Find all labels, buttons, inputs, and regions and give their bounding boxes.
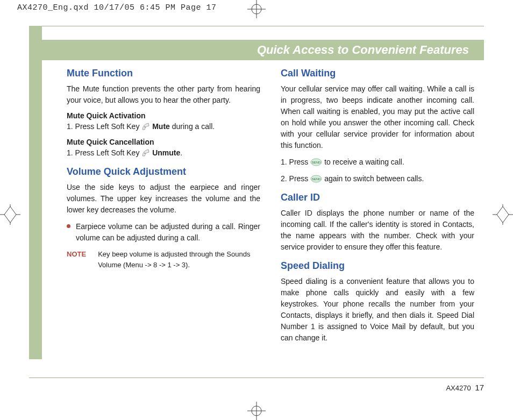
content-columns: Mute Function The Mute function prevents…	[67, 68, 484, 349]
right-column: Call Waiting Your cellular service may o…	[281, 68, 474, 349]
mute-cancel-sub: Mute Quick Cancellation	[67, 138, 260, 146]
volume-bullet: Earpiece volume can be adjusted during a…	[67, 221, 260, 244]
svg-text:SEND: SEND	[312, 161, 321, 164]
heading-mute-function: Mute Function	[67, 68, 260, 79]
print-slug: AX4270_Eng.qxd 10/17/05 6:45 PM Page 17	[17, 3, 217, 12]
send-key-icon: SEND	[310, 175, 322, 183]
top-rule	[29, 26, 484, 26]
volume-intro: Use the side keys to adjust the earpiece…	[67, 182, 260, 216]
send-key-icon: SEND	[310, 158, 322, 166]
left-soft-key-icon	[141, 122, 150, 131]
heading-caller-id: Caller ID	[281, 192, 474, 203]
section-title: Quick Access to Convenient Features	[257, 43, 469, 57]
note-text: Key beep volume is adjusted through the …	[98, 249, 260, 270]
section-banner: Quick Access to Convenient Features	[42, 40, 484, 60]
footer-page-number: 17	[475, 383, 484, 392]
svg-text:SEND: SEND	[312, 177, 321, 181]
speed-dialing-body: Speed dialing is a convenient feature th…	[281, 276, 474, 344]
side-color-bar	[29, 26, 42, 359]
heading-speed-dialing: Speed Dialing	[281, 260, 474, 272]
left-soft-key-icon	[141, 148, 150, 157]
crop-mark-right	[493, 204, 513, 225]
bottom-rule	[29, 378, 484, 378]
heading-volume-adjustment: Volume Quick Adjustment	[67, 166, 260, 177]
bullet-icon	[67, 224, 70, 228]
left-column: Mute Function The Mute function prevents…	[67, 68, 260, 349]
svg-marker-5	[4, 207, 16, 223]
call-waiting-step-2: 2. Press SEND again to switch between ca…	[281, 173, 474, 184]
footer-model: AX4270	[446, 384, 471, 392]
mute-cancel-step: 1. Press Left Soft Key Unmute.	[67, 147, 260, 159]
volume-note: NOTE Key beep volume is adjusted through…	[67, 249, 260, 270]
svg-marker-8	[497, 207, 509, 223]
svg-point-9	[252, 406, 261, 416]
mute-activation-sub: Mute Quick Activation	[67, 111, 260, 120]
caller-id-body: Caller ID displays the phone number or n…	[281, 208, 474, 253]
note-label: NOTE	[67, 249, 86, 270]
svg-point-0	[252, 4, 261, 14]
mute-activation-step: 1. Press Left Soft Key Mute during a cal…	[67, 121, 260, 132]
call-waiting-intro: Your cellular service may offer call wai…	[281, 83, 474, 151]
svg-point-13	[145, 153, 146, 154]
registration-mark-bottom	[247, 402, 266, 420]
heading-call-waiting: Call Waiting	[281, 68, 474, 79]
crop-mark-left	[0, 204, 20, 225]
page-footer: AX4270 17	[446, 383, 484, 392]
page-body: Quick Access to Convenient Features Mute…	[29, 26, 484, 398]
registration-mark-top	[247, 0, 266, 18]
mute-intro: The Mute function prevents the other par…	[67, 83, 260, 106]
call-waiting-step-1: 1. Press SEND to receive a waiting call.	[281, 156, 474, 168]
svg-point-12	[145, 126, 146, 127]
